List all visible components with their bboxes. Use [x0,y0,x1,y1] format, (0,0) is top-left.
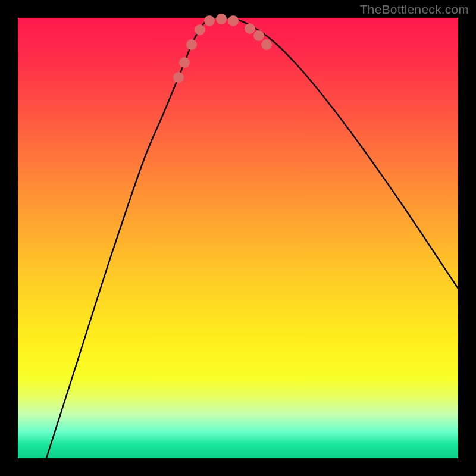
highlight-marker [216,14,227,24]
highlight-marker [204,15,215,26]
highlight-marker [261,39,272,50]
highlight-marker [253,30,264,41]
watermark-text: TheBottleneck.com [360,2,469,17]
highlight-marker [228,15,239,26]
curve-layer [18,18,458,458]
highlight-marker [245,23,255,34]
highlight-markers [173,14,272,83]
highlight-marker [173,72,184,83]
highlight-marker [186,39,197,50]
chart-frame [0,0,476,476]
plot-area [18,18,458,458]
highlight-marker [195,24,205,35]
bottleneck-curve [46,18,458,458]
highlight-marker [179,57,190,68]
